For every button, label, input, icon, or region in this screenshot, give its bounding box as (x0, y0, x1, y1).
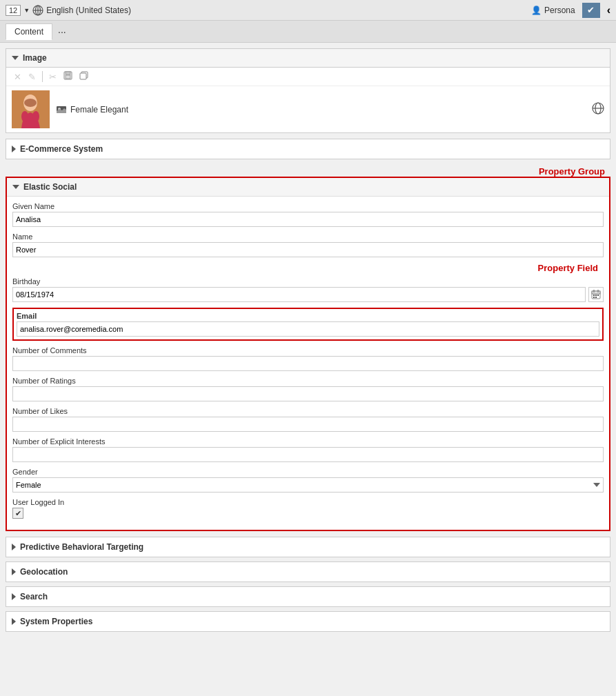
property-field-label: Property Field (538, 263, 604, 273)
num-likes-group: Number of Likes (12, 407, 604, 432)
gender-select[interactable]: Female Male Other (12, 477, 604, 493)
birthday-input[interactable] (12, 287, 586, 302)
num-comments-label: Number of Comments (12, 346, 604, 355)
search-section: Search (6, 586, 610, 607)
image-section-title: Image (23, 53, 47, 63)
svg-rect-6 (66, 75, 70, 79)
toolbar-delete-btn[interactable]: ✕ (12, 71, 23, 83)
gender-group: Gender Female Male Other (12, 468, 604, 493)
top-bar-right: 👤 Persona ✔ ‹ (531, 3, 610, 18)
top-bar: 12 ▼ English (United States) 👤 Persona ✔… (0, 0, 616, 21)
toolbar-copy-btn[interactable] (77, 70, 90, 83)
num-explicit-input[interactable] (12, 447, 604, 462)
image-toolbar: ✕ ✎ ✂ (6, 68, 610, 86)
top-bar-left: 12 ▼ English (United States) (6, 5, 131, 16)
num-likes-label: Number of Likes (12, 407, 604, 415)
ecommerce-title: E-Commerce System (20, 144, 103, 154)
image-section-header[interactable]: Image (6, 49, 610, 68)
svg-point-13 (32, 111, 39, 122)
num-likes-input[interactable] (12, 417, 604, 432)
svg-point-11 (24, 99, 37, 107)
email-field-wrapper: Email (12, 308, 604, 341)
persona-label: Persona (544, 6, 575, 15)
image-collapse-icon (12, 56, 19, 60)
image-section: Image ✕ ✎ ✂ (6, 48, 610, 133)
tab-more[interactable]: ··· (54, 26, 70, 37)
user-logged-in-label: User Logged In (12, 498, 604, 506)
image-name: Female Elegant (70, 105, 128, 115)
system-properties-section: System Properties (6, 611, 610, 632)
svg-rect-25 (597, 295, 599, 296)
search-expand-icon (12, 593, 16, 600)
checkmark-button[interactable]: ✔ (582, 3, 600, 18)
birthday-label: Birthday (12, 277, 604, 286)
globe-icon (32, 5, 43, 16)
svg-rect-23 (593, 295, 595, 296)
image-thumbnail (12, 90, 50, 128)
toolbar-save-btn[interactable] (61, 70, 74, 83)
image-label-area: Female Elegant (57, 102, 604, 117)
page-dropdown-icon[interactable]: ▼ (23, 7, 30, 14)
tab-content[interactable]: Content (6, 23, 52, 40)
toolbar-cut-btn[interactable]: ✂ (47, 71, 59, 83)
given-name-input[interactable] (12, 212, 604, 227)
num-ratings-group: Number of Ratings (12, 377, 604, 401)
user-logged-in-checkbox[interactable]: ✔ (12, 508, 23, 519)
svg-rect-8 (80, 73, 86, 79)
image-type-icon (57, 106, 66, 113)
num-ratings-input[interactable] (12, 386, 604, 401)
back-button[interactable]: ‹ (607, 4, 610, 17)
page-number[interactable]: 12 (6, 5, 21, 16)
num-comments-input[interactable] (12, 356, 604, 371)
num-ratings-label: Number of Ratings (12, 377, 604, 385)
email-label: Email (17, 312, 599, 320)
tab-bar: Content ··· (0, 21, 616, 43)
ecommerce-section: E-Commerce System (6, 139, 610, 159)
name-group: Name (12, 232, 604, 257)
elastic-collapse-icon (12, 185, 19, 189)
image-item: Female Elegant (6, 86, 610, 132)
svg-rect-5 (66, 72, 70, 74)
given-name-label: Given Name (12, 202, 604, 210)
user-logged-in-group: User Logged In ✔ (12, 498, 604, 519)
geolocation-expand-icon (12, 568, 16, 575)
image-globe-icon[interactable] (592, 102, 604, 117)
persona-button[interactable]: 👤 Persona (531, 6, 575, 15)
main-content: Image ✕ ✎ ✂ (0, 43, 616, 642)
system-properties-header[interactable]: System Properties (6, 612, 610, 631)
svg-rect-26 (593, 297, 595, 298)
elastic-social-content: Given Name Name Property Field Birthday (7, 197, 609, 530)
predictive-targeting-section: Predictive Behavioral Targeting (6, 537, 610, 557)
property-group-label: Property Group (6, 165, 610, 177)
elastic-social-header[interactable]: Elastic Social (7, 178, 609, 197)
given-name-group: Given Name (12, 202, 604, 227)
ecommerce-expand-icon (12, 146, 16, 152)
num-explicit-label: Number of Explicit Interests (12, 437, 604, 446)
person-icon: 👤 (531, 6, 542, 15)
svg-rect-20 (592, 291, 600, 294)
user-logged-in-row: ✔ (12, 508, 604, 519)
name-input[interactable] (12, 242, 604, 257)
image-thumb-inner (12, 90, 50, 128)
gender-label: Gender (12, 468, 604, 476)
calendar-icon[interactable] (588, 287, 604, 302)
birthday-row (12, 287, 604, 302)
email-input[interactable] (17, 321, 599, 337)
language-label: English (United States) (46, 6, 131, 15)
search-header[interactable]: Search (6, 587, 610, 606)
geolocation-header[interactable]: Geolocation (6, 562, 610, 581)
toolbar-separator-1 (42, 71, 43, 82)
birthday-group: Birthday (12, 277, 604, 302)
svg-point-12 (21, 111, 28, 122)
predictive-expand-icon (12, 544, 16, 550)
geolocation-title: Geolocation (20, 567, 68, 577)
svg-rect-24 (595, 295, 597, 296)
elastic-social-title: Elastic Social (23, 182, 77, 192)
predictive-targeting-header[interactable]: Predictive Behavioral Targeting (6, 537, 610, 557)
ecommerce-header[interactable]: E-Commerce System (6, 139, 610, 159)
system-properties-title: System Properties (20, 617, 92, 626)
geolocation-section: Geolocation (6, 561, 610, 582)
toolbar-edit-btn[interactable]: ✎ (26, 71, 38, 83)
name-label: Name (12, 232, 604, 241)
num-explicit-group: Number of Explicit Interests (12, 437, 604, 462)
